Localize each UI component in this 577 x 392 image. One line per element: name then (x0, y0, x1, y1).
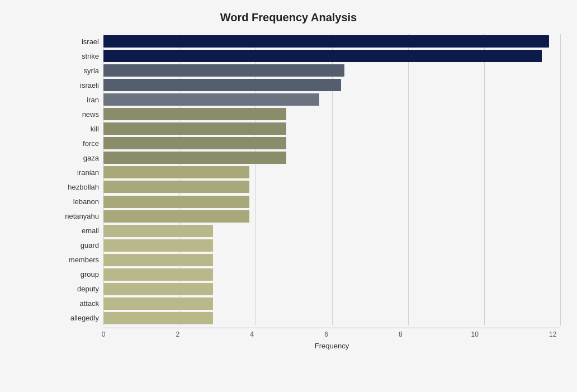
x-tick-8: 8 (399, 330, 403, 338)
bar-label: strike (56, 52, 103, 60)
bar-row: syria (103, 63, 560, 78)
bar-fill (103, 283, 213, 295)
bar-label: iran (56, 96, 103, 104)
bar-label: gaza (56, 154, 103, 162)
bar-label: force (56, 139, 103, 148)
chart-container: Word Frequency Analysis israelstrikesyri… (0, 0, 577, 392)
bar-label: syria (56, 67, 103, 75)
x-tick-12: 12 (549, 330, 556, 338)
bar-row: force (103, 136, 560, 150)
bar-track (103, 78, 560, 92)
bar-label: members (56, 256, 103, 264)
bar-row: attack (103, 296, 560, 311)
bar-label: kill (56, 125, 103, 133)
bar-row: hezbollah (103, 180, 560, 194)
bar-track (103, 296, 560, 311)
bar-fill (103, 152, 286, 164)
bar-row: deputy (103, 282, 560, 296)
bar-row: israeli (103, 78, 560, 92)
bar-row: email (103, 224, 560, 238)
x-tick-6: 6 (324, 330, 328, 338)
bar-track (103, 63, 560, 78)
bar-fill (103, 196, 249, 208)
bar-label: israeli (56, 81, 103, 89)
bar-label: deputy (56, 285, 103, 293)
bar-row: news (103, 107, 560, 121)
bar-row: netanyahu (103, 209, 560, 224)
bar-label: israel (56, 37, 103, 46)
bar-fill (103, 108, 286, 120)
chart-title: Word Frequency Analysis (17, 11, 560, 24)
x-tick-2: 2 (176, 330, 179, 338)
bar-fill (103, 137, 286, 149)
bar-label: lebanon (56, 197, 103, 206)
bar-track (103, 282, 560, 296)
bar-label: attack (56, 299, 103, 308)
bar-track (103, 195, 560, 209)
bar-row: allegedly (103, 311, 560, 325)
x-tick-10: 10 (471, 330, 478, 338)
bar-label: email (56, 226, 103, 235)
bar-row: iran (103, 92, 560, 107)
bar-row: group (103, 267, 560, 282)
bar-fill (103, 210, 249, 223)
bar-label: group (56, 270, 103, 278)
bar-track (103, 136, 560, 150)
bar-row: gaza (103, 150, 560, 165)
bar-row: iranian (103, 165, 560, 180)
bar-fill (103, 239, 213, 252)
bar-fill (103, 312, 213, 324)
bar-fill (103, 268, 213, 281)
bar-fill (103, 254, 213, 266)
bar-track (103, 34, 560, 49)
bar-track (103, 107, 560, 121)
bar-track (103, 253, 560, 267)
x-tick-4: 4 (250, 330, 254, 338)
bar-label: news (56, 110, 103, 119)
bar-track (103, 49, 560, 63)
bar-fill (103, 181, 249, 193)
bar-track (103, 209, 560, 224)
bars-container: israelstrikesyriaisraeliirannewskillforc… (103, 34, 560, 325)
bar-track (103, 121, 560, 136)
bar-label: hezbollah (56, 183, 103, 191)
bar-label: allegedly (56, 314, 103, 322)
bar-track (103, 150, 560, 165)
bar-row: israel (103, 34, 560, 49)
bar-fill (103, 225, 213, 237)
bar-fill (103, 122, 286, 135)
bar-track (103, 267, 560, 282)
x-tick-0: 0 (102, 330, 106, 338)
bar-track (103, 165, 560, 180)
bar-label: netanyahu (56, 212, 103, 220)
bar-fill (103, 50, 542, 62)
bar-row: lebanon (103, 195, 560, 209)
bar-row: strike (103, 49, 560, 63)
bar-row: guard (103, 238, 560, 253)
bar-fill (103, 35, 549, 48)
bar-label: iranian (56, 168, 103, 177)
bar-track (103, 311, 560, 325)
bar-track (103, 180, 560, 194)
bar-fill (103, 79, 341, 91)
bar-fill (103, 93, 319, 106)
bar-fill (103, 166, 249, 178)
bar-track (103, 224, 560, 238)
bar-row: kill (103, 121, 560, 136)
bar-fill (103, 297, 213, 310)
x-axis-label: Frequency (103, 342, 560, 350)
bar-row: members (103, 253, 560, 267)
bar-fill (103, 64, 344, 77)
bar-label: guard (56, 241, 103, 249)
bar-track (103, 238, 560, 253)
x-axis: 0 2 4 6 8 10 12 Frequency (56, 328, 560, 350)
bar-track (103, 92, 560, 107)
